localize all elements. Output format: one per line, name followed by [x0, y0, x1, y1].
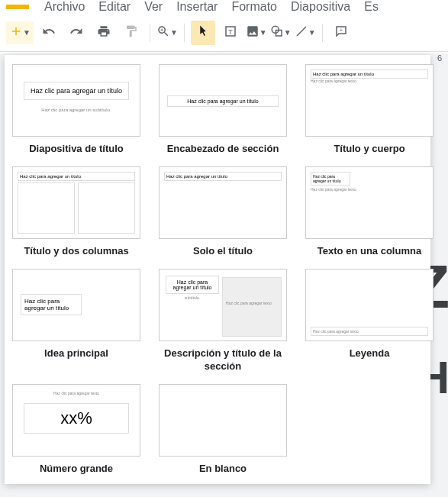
layout-one-column[interactable]: Haz clic para agregar un título Haz clic…: [305, 166, 433, 258]
layout-main-idea[interactable]: Haz clic para agregar un título Idea pri…: [12, 269, 140, 373]
chevron-down-icon: ▼: [308, 28, 316, 37]
undo-button[interactable]: [37, 21, 61, 45]
layout-thumb: [159, 384, 287, 457]
comment-icon: +: [334, 24, 348, 41]
thumb-title-placeholder: Haz clic para agregar un título: [167, 95, 279, 107]
thumb-title-placeholder: Haz clic para agregar un título: [18, 172, 135, 181]
thumb-body-placeholder: Haz clic para agregar texto: [311, 187, 356, 192]
layout-big-number[interactable]: xx% Haz clic para agregar texto Número g…: [12, 384, 140, 476]
separator: [150, 24, 150, 42]
layout-blank[interactable]: En blanco: [159, 384, 287, 476]
layout-thumb: Haz clic para agregar un título: [12, 166, 140, 239]
layout-label: Encabezado de sección: [167, 143, 279, 156]
cursor-icon: [196, 24, 210, 41]
chevron-down-icon: ▼: [170, 28, 178, 37]
undo-icon: [42, 24, 56, 41]
toolbar: ▼ ▼ T ▼ ▼ ▼ +: [0, 14, 448, 52]
layout-section-header[interactable]: Haz clic para agregar un título Encabeza…: [159, 64, 287, 156]
print-button[interactable]: [92, 21, 116, 45]
layout-section-desc[interactable]: Haz clic para agregar un título subtítul…: [159, 269, 287, 373]
layout-title-body[interactable]: Haz clic para agregar un título Haz clic…: [305, 64, 433, 156]
layout-thumb: Haz clic para agregar un título subtítul…: [159, 269, 287, 341]
layout-thumb: Haz clic para agregar un título Haz clic…: [305, 166, 433, 239]
layout-thumb: Haz clic para agregar un título Haz clic…: [305, 64, 433, 137]
plus-icon: [9, 24, 23, 41]
layout-title-only[interactable]: Haz clic para agregar un título Solo el …: [159, 166, 287, 258]
layout-label: Número grande: [40, 463, 113, 476]
line-button[interactable]: ▼: [295, 24, 316, 41]
thumb-subtitle-placeholder: subtítulo.: [166, 295, 219, 300]
thumb-column-placeholder: [78, 182, 135, 234]
menu-edit[interactable]: Editar: [98, 0, 131, 14]
comment-button[interactable]: +: [329, 21, 353, 45]
layout-caption[interactable]: Haz clic para agregar texto Leyenda: [305, 269, 433, 373]
thumb-body-placeholder: Haz clic para agregar texto: [311, 79, 356, 83]
svg-line-3: [297, 27, 306, 36]
svg-text:T: T: [228, 27, 233, 35]
textbox-button[interactable]: T: [218, 21, 243, 45]
textbox-icon: T: [224, 24, 237, 41]
layout-label: Descripción y título de la sección: [159, 347, 287, 373]
layouts-panel: Haz clic para agregar un título Haz clic…: [5, 55, 430, 484]
separator: [184, 24, 185, 42]
thumb-title-placeholder: Haz clic para agregar un título: [311, 69, 428, 79]
chevron-down-icon: ▼: [284, 28, 292, 37]
new-slide-button[interactable]: ▼: [6, 21, 34, 44]
shape-icon: [270, 24, 284, 41]
layout-label: Diapositiva de título: [29, 143, 124, 156]
layout-thumb: xx% Haz clic para agregar texto: [12, 384, 140, 457]
layout-thumb: Haz clic para agregar texto: [305, 269, 433, 341]
layout-label: Texto en una columna: [317, 245, 421, 258]
layout-title-slide[interactable]: Haz clic para agregar un título Haz clic…: [12, 64, 140, 156]
thumb-title-placeholder: Haz clic para agregar un título: [24, 82, 129, 100]
menu-insert[interactable]: Insertar: [176, 0, 218, 14]
thumb-bignumber-placeholder: xx%: [29, 408, 124, 428]
menu-slide[interactable]: Diapositiva: [291, 0, 350, 14]
layout-two-columns[interactable]: Haz clic para agregar un título Título y…: [12, 166, 140, 258]
layout-label: Leyenda: [350, 347, 390, 360]
menu-file[interactable]: Archivo: [44, 0, 85, 14]
layout-thumb: Haz clic para agregar un título Haz clic…: [12, 64, 140, 137]
separator: [322, 24, 323, 42]
select-tool-button[interactable]: [191, 21, 215, 45]
zoom-icon: [156, 24, 170, 41]
chevron-down-icon: ▼: [23, 28, 31, 37]
thumb-body-placeholder: Haz clic para agregar texto: [16, 391, 137, 395]
paint-format-button[interactable]: [119, 21, 143, 45]
menu-more[interactable]: Es: [364, 0, 379, 14]
image-icon: [246, 24, 259, 41]
redo-button[interactable]: [64, 21, 89, 45]
shape-button[interactable]: ▼: [270, 24, 292, 41]
thumb-column-placeholder: [18, 182, 75, 234]
layout-label: Idea principal: [44, 347, 108, 360]
layout-label: Título y cuerpo: [334, 143, 404, 156]
thumb-title-placeholder: Haz clic para agregar un título: [166, 276, 219, 294]
paint-roller-icon: [124, 24, 138, 41]
image-button[interactable]: ▼: [246, 24, 267, 41]
app-logo: [6, 5, 29, 9]
thumb-caption-placeholder: Haz clic para agregar texto: [311, 327, 428, 336]
print-icon: [97, 24, 111, 41]
ruler-tick: 6: [437, 53, 442, 63]
layout-label: Solo el título: [193, 245, 253, 258]
layout-thumb: Haz clic para agregar un título: [159, 64, 287, 137]
thumb-title-placeholder: Haz clic para agregar un título: [164, 172, 282, 181]
layout-label: Título y dos columnas: [24, 245, 128, 258]
menu-format[interactable]: Formato: [231, 0, 277, 14]
zoom-button[interactable]: ▼: [156, 24, 178, 41]
layout-label: En blanco: [199, 463, 247, 476]
thumb-subtitle-placeholder: Haz clic para agregar un subtítulo.: [13, 108, 140, 112]
svg-text:+: +: [339, 26, 343, 33]
layout-thumb: Haz clic para agregar un título: [12, 269, 140, 341]
chevron-down-icon: ▼: [259, 28, 267, 37]
thumb-title-placeholder: Haz clic para agregar un título: [21, 294, 82, 315]
thumb-title-placeholder: Haz clic para agregar un título: [311, 172, 350, 186]
redo-icon: [69, 24, 83, 41]
menu-bar: Archivo Editar Ver Insertar Formato Diap…: [44, 0, 379, 14]
layout-thumb: Haz clic para agregar un título: [159, 166, 287, 239]
thumb-body-placeholder: Haz clic para agregar texto: [222, 277, 282, 337]
line-icon: [295, 24, 308, 41]
menu-view[interactable]: Ver: [144, 0, 163, 14]
